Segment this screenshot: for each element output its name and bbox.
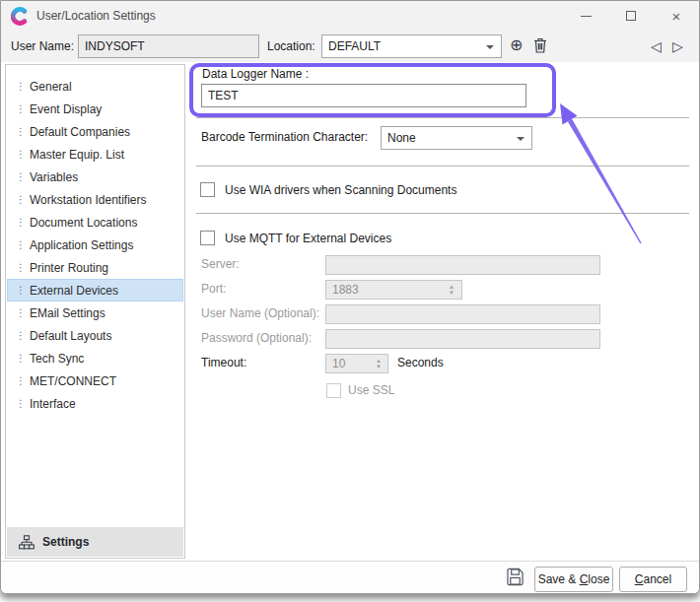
save-and-close-button[interactable]: Save & Close <box>534 567 613 592</box>
barcode-termination-label: Barcode Termination Character: <box>201 130 368 144</box>
password-optional-input <box>325 329 600 349</box>
sidebar-item-label: Interface <box>30 397 76 411</box>
sidebar-item-label: General <box>30 80 72 94</box>
sidebar-item-event-display[interactable]: ⋮Event Display <box>7 98 183 120</box>
title-bar: User/Location Settings × <box>1 1 699 31</box>
grip-dots-icon: ⋮ <box>16 353 30 364</box>
sidebar-item-variables[interactable]: ⋮Variables <box>7 166 183 188</box>
window-title: User/Location Settings <box>36 9 156 23</box>
sidebar-item-label: Default Layouts <box>30 329 111 343</box>
app-logo-icon <box>11 7 30 26</box>
barcode-termination-value: None <box>387 131 416 145</box>
grip-dots-icon: ⋮ <box>16 149 30 160</box>
sidebar-item-label: Variables <box>30 170 78 184</box>
separator <box>196 117 689 118</box>
use-ssl-label: Use SSL <box>348 383 394 397</box>
port-input <box>325 280 462 300</box>
sidebar-item-met-connect[interactable]: ⋮MET/CONNECT <box>7 369 183 392</box>
use-ssl-checkbox <box>326 383 341 398</box>
settings-sidebar: ⋮General ⋮Event Display ⋮Default Compani… <box>5 64 185 559</box>
sidebar-item-label: Application Settings <box>30 238 133 252</box>
sidebar-item-external-devices[interactable]: ⋮External Devices <box>7 279 183 301</box>
add-location-button[interactable]: ⊕ <box>510 36 523 54</box>
chevron-down-icon <box>486 45 494 49</box>
sidebar-item-label: Event Display <box>30 102 102 116</box>
grip-dots-icon: ⋮ <box>16 103 30 114</box>
sidebar-item-label: Master Equip. List <box>30 148 124 162</box>
footer-bar: Save & Close Cancel <box>1 561 699 593</box>
data-logger-name-label: Data Logger Name : <box>202 67 309 81</box>
password-optional-label: Password (Optional): <box>201 331 312 345</box>
arrow-left-icon: ◁ <box>651 38 662 54</box>
maximize-icon <box>626 11 636 21</box>
sidebar-item-application-settings[interactable]: ⋮Application Settings <box>7 234 183 256</box>
sidebar-item-workstation-identifiers[interactable]: ⋮Workstation Identifiers <box>7 188 183 211</box>
server-label: Server: <box>201 257 240 271</box>
maximize-button[interactable] <box>608 1 654 31</box>
save-button[interactable] <box>507 568 524 589</box>
wia-drivers-checkbox[interactable] <box>200 182 215 197</box>
location-label: Location: <box>267 39 315 53</box>
sidebar-item-label: Workstation Identifiers <box>30 193 147 207</box>
sidebar-item-label: EMail Settings <box>30 306 105 320</box>
sidebar-item-default-layouts[interactable]: ⋮Default Layouts <box>7 324 183 347</box>
grip-dots-icon: ⋮ <box>16 194 30 205</box>
save-close-label: Save & Close <box>538 572 610 586</box>
save-floppy-icon <box>507 568 524 586</box>
minimize-button[interactable] <box>563 1 608 31</box>
sidebar-item-email-settings[interactable]: ⋮EMail Settings <box>7 301 183 324</box>
sidebar-item-master-equip-list[interactable]: ⋮Master Equip. List <box>7 143 183 166</box>
add-icon: ⊕ <box>510 36 523 53</box>
user-name-input[interactable] <box>78 34 259 58</box>
next-record-button[interactable]: ▷ <box>672 37 683 55</box>
sidebar-item-tech-sync[interactable]: ⋮Tech Sync <box>7 347 183 369</box>
minimize-icon <box>581 16 592 17</box>
delete-location-button[interactable] <box>533 37 547 57</box>
cancel-label: Cancel <box>635 572 671 586</box>
sidebar-item-printer-routing[interactable]: ⋮Printer Routing <box>7 256 183 279</box>
location-value: DEFAULT <box>328 39 381 53</box>
separator <box>196 213 689 214</box>
sidebar-item-interface[interactable]: ⋮Interface <box>7 392 183 415</box>
settings-label: Settings <box>42 535 89 549</box>
arrow-right-icon: ▷ <box>672 38 683 54</box>
close-icon: × <box>672 8 681 25</box>
data-logger-name-input[interactable] <box>201 84 526 107</box>
grip-dots-icon: ⋮ <box>16 398 30 409</box>
timeout-label: Timeout: <box>201 356 246 369</box>
username-optional-input <box>325 304 600 324</box>
previous-record-button[interactable]: ◁ <box>651 37 662 55</box>
server-input <box>325 255 600 275</box>
wia-drivers-label: Use WIA drivers when Scanning Documents <box>225 183 456 197</box>
sidebar-item-label: MET/CONNECT <box>30 374 116 388</box>
timeout-spinner: ▲ ▼ <box>372 356 385 371</box>
port-spinner: ▲ ▼ <box>445 282 458 298</box>
grip-dots-icon: ⋮ <box>16 285 30 296</box>
sidebar-item-label: Printer Routing <box>30 261 108 275</box>
sidebar-item-label: External Devices <box>30 284 118 298</box>
sidebar-item-general[interactable]: ⋮General <box>7 75 183 98</box>
sidebar-item-default-companies[interactable]: ⋮Default Companies <box>7 120 183 143</box>
spin-down-icon: ▼ <box>376 364 382 369</box>
sidebar-list: ⋮General ⋮Event Display ⋮Default Compani… <box>7 75 183 415</box>
location-select[interactable]: DEFAULT <box>321 34 502 58</box>
grip-dots-icon: ⋮ <box>16 81 30 92</box>
user-name-label: User Name: <box>11 39 74 53</box>
toolbar: User Name: Location: DEFAULT ⊕ ◁ ▷ <box>1 31 699 62</box>
barcode-termination-select[interactable]: None <box>381 126 532 150</box>
grip-dots-icon: ⋮ <box>16 239 30 250</box>
grip-dots-icon: ⋮ <box>16 375 30 386</box>
trash-icon <box>533 37 547 53</box>
grip-dots-icon: ⋮ <box>16 171 30 182</box>
sitemap-icon <box>19 535 35 550</box>
sidebar-item-label: Tech Sync <box>30 352 84 366</box>
sidebar-item-document-locations[interactable]: ⋮Document Locations <box>7 211 183 234</box>
port-label: Port: <box>201 282 226 296</box>
grip-dots-icon: ⋮ <box>16 217 30 228</box>
close-button[interactable]: × <box>654 1 699 31</box>
settings-section-button[interactable]: Settings <box>7 527 183 557</box>
user-location-settings-window: User/Location Settings × User Name: Loca… <box>0 0 700 594</box>
mqtt-checkbox[interactable] <box>200 231 215 245</box>
mqtt-label: Use MQTT for External Devices <box>225 232 391 245</box>
cancel-button[interactable]: Cancel <box>619 567 687 592</box>
